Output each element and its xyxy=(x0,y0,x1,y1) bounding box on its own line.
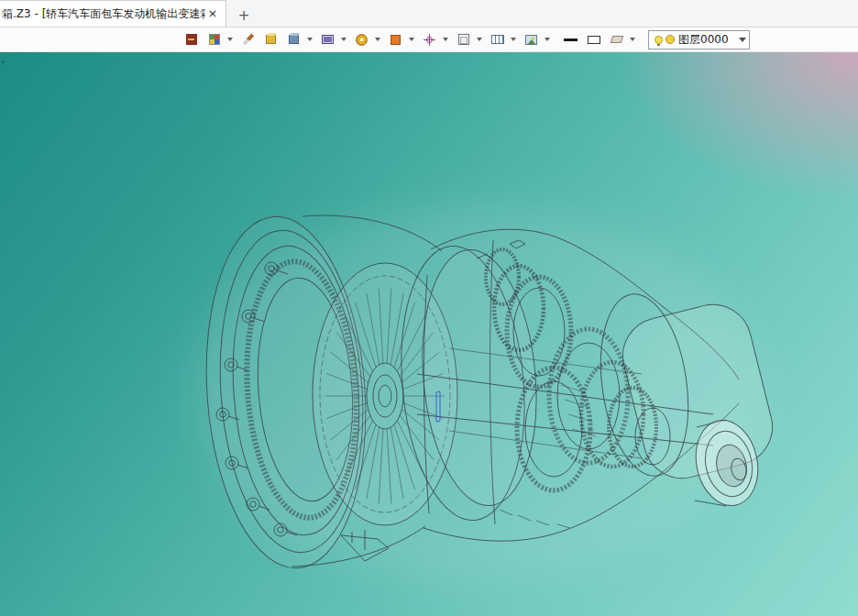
color-palette-dropdown-icon[interactable] xyxy=(227,38,233,41)
gearbox-model[interactable] xyxy=(0,52,858,616)
blue-box-dropdown-icon[interactable] xyxy=(307,38,313,41)
display-mode-glyph xyxy=(322,35,334,44)
3d-viewport[interactable]: 、 xyxy=(0,52,858,616)
axis-target-dropdown-icon[interactable] xyxy=(443,38,448,41)
axis-target-glyph xyxy=(424,34,435,46)
ruler-dropdown-icon[interactable] xyxy=(511,38,516,41)
tab-bar: 箱.Z3 - [轿车汽车面包车发动机输出变速箱] × + xyxy=(0,0,858,28)
exit-icon[interactable] xyxy=(182,30,201,49)
blue-box-glyph xyxy=(289,35,299,44)
line-width-glyph xyxy=(564,38,578,41)
frame-dropdown-icon[interactable] xyxy=(477,38,482,41)
blue-box-icon[interactable] xyxy=(284,30,303,49)
color-palette-icon[interactable] xyxy=(204,30,224,49)
layer-selector-value: 图层0000 xyxy=(678,32,735,48)
ruler-glyph xyxy=(491,35,504,44)
display-mode-dropdown-icon[interactable] xyxy=(341,38,346,41)
attributes-toolbar: 图层0000 xyxy=(0,28,858,52)
axis-target-icon[interactable] xyxy=(420,30,439,49)
layer-selector[interactable]: 图层0000 xyxy=(648,30,750,50)
frame-icon[interactable] xyxy=(454,30,473,49)
color-wheel-glyph xyxy=(356,34,368,46)
new-tab-button[interactable]: + xyxy=(232,5,256,27)
frame-glyph xyxy=(458,34,469,45)
tab-close-icon[interactable]: × xyxy=(205,6,220,21)
document-tab[interactable]: 箱.Z3 - [轿车汽车面包车发动机输出变速箱] × xyxy=(0,0,226,27)
color-wheel-icon[interactable] xyxy=(352,30,371,49)
yellow-box-icon[interactable] xyxy=(261,30,280,49)
image-dropdown-icon[interactable] xyxy=(544,38,550,41)
image-glyph xyxy=(525,35,537,45)
eraser-dropdown-icon[interactable] xyxy=(630,38,635,41)
rectangle-icon[interactable] xyxy=(584,30,603,49)
orange-box-icon[interactable] xyxy=(386,30,405,49)
color-palette-glyph xyxy=(209,34,220,45)
ruler-icon[interactable] xyxy=(488,30,507,49)
line-width-icon[interactable] xyxy=(561,30,580,49)
paintbrush-glyph xyxy=(242,33,253,45)
yellow-box-glyph xyxy=(266,35,276,44)
color-wheel-dropdown-icon[interactable] xyxy=(375,38,380,41)
eraser-glyph xyxy=(610,36,623,43)
document-tab-title: 箱.Z3 - [轿车汽车面包车发动机输出变速箱] xyxy=(2,6,205,22)
eraser-icon[interactable] xyxy=(607,30,626,49)
image-icon[interactable] xyxy=(522,30,541,49)
layer-selector-dropdown-icon[interactable] xyxy=(739,38,746,42)
layer-visibility-bulb-icon[interactable] xyxy=(654,36,663,44)
exit-icon-glyph xyxy=(186,34,197,45)
orange-box-glyph xyxy=(390,35,401,45)
layer-color-swatch-icon xyxy=(666,35,675,44)
display-mode-icon[interactable] xyxy=(318,30,337,49)
rectangle-glyph xyxy=(588,36,600,44)
paintbrush-icon[interactable] xyxy=(238,30,258,49)
orange-box-dropdown-icon[interactable] xyxy=(409,38,414,41)
